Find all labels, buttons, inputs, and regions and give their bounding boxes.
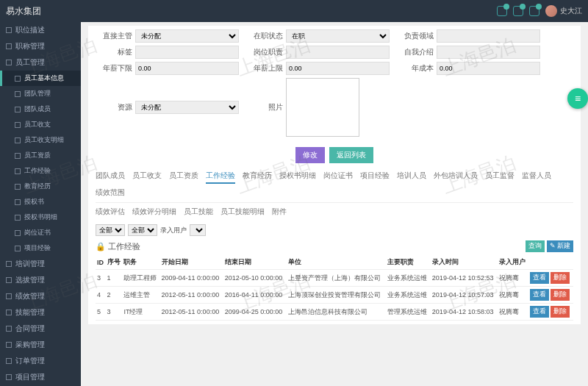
view-button[interactable]: 查看 [530,289,549,301]
年薪下限-input[interactable] [135,62,239,75]
tab-员工监督[interactable]: 员工监督 [485,170,514,184]
sidebar-item-22[interactable]: 项目管理 [0,369,81,385]
fab-menu-icon[interactable]: ≡ [567,88,588,109]
field-label: 在职状态 [246,31,283,41]
field-label: 年薪下限 [96,63,132,74]
menu-icon [15,168,21,174]
年成本-input[interactable] [437,62,540,75]
sidebar-item-8[interactable]: 员工资质 [0,148,81,163]
filter-select-2[interactable]: 全部 [128,224,157,236]
menu-icon [6,342,12,348]
delete-button[interactable]: 删除 [551,272,570,284]
filter-select-1[interactable]: 全部 [96,224,125,236]
sidebar-item-9[interactable]: 工作经验 [0,163,81,179]
create-button[interactable]: ✎ 新建 [547,240,573,252]
field-label: 标签 [96,47,132,57]
岗位职责-input[interactable] [286,46,390,59]
tab-团队成员[interactable]: 团队成员 [96,170,125,184]
menu-icon [15,153,21,159]
menu-icon [15,184,21,190]
tab-员工收支[interactable]: 员工收支 [132,170,162,184]
notif-icon-3[interactable] [529,6,539,16]
tab-员工资质[interactable]: 员工资质 [169,170,198,184]
menu-icon [15,107,21,112]
tab-绩效评估[interactable]: 绩效评估 [96,206,125,218]
view-button[interactable]: 查看 [530,306,549,318]
field-label: 年成本 [397,63,434,74]
tab-绩效范围[interactable]: 绩效范围 [96,187,125,199]
tab-项目经验[interactable]: 项目经验 [360,170,390,184]
tab-工作经验[interactable]: 工作经验 [206,170,235,184]
tab-授权书明细[interactable]: 授权书明细 [279,170,316,184]
resource-select[interactable]: 未分配 [135,101,239,114]
menu-icon [15,230,21,236]
view-button[interactable]: 查看 [530,272,549,284]
tab-培训人员[interactable]: 培训人员 [397,170,426,184]
photo-box[interactable] [286,78,359,137]
sidebar-item-6[interactable]: 员工收支 [0,117,81,132]
sidebar-item-15[interactable]: 培训管理 [0,256,81,272]
menu-icon [6,374,12,380]
负责领域-input[interactable] [437,29,540,43]
sidebar-item-13[interactable]: 岗位证书 [0,225,81,240]
menu-icon [15,137,21,143]
section-title: 🔒 工作经验 [96,241,140,252]
sidebar-item-18[interactable]: 技能管理 [0,304,81,321]
sidebar-item-12[interactable]: 授权书明细 [0,210,81,225]
tab-岗位证书[interactable]: 岗位证书 [323,170,353,184]
tab-教育经历[interactable]: 教育经历 [243,170,272,184]
tab-员工技能明细[interactable]: 员工技能明细 [220,206,265,218]
sidebar-item-3[interactable]: 员工基本信息 [0,71,81,86]
col-header: 主要职责 [386,255,430,270]
sidebar-item-21[interactable]: 订单管理 [0,353,81,369]
menu-icon [6,261,12,267]
field-label: 直接主管 [96,31,132,41]
年薪上限-input[interactable] [286,62,390,75]
menu-icon [6,43,12,49]
filter-select-3[interactable] [190,224,206,236]
sidebar-item-16[interactable]: 选拔管理 [0,272,81,288]
tab-附件[interactable]: 附件 [272,206,287,218]
menu-icon [15,76,21,82]
notif-icon-2[interactable] [513,6,523,16]
sidebar-item-5[interactable]: 团队成员 [0,101,81,117]
tab-外包培训人员[interactable]: 外包培训人员 [434,170,478,184]
sidebar-item-10[interactable]: 教育经历 [0,179,81,194]
delete-button[interactable]: 删除 [551,306,570,318]
back-button[interactable]: 返回列表 [329,147,373,163]
field-label: 年薪上限 [246,63,283,74]
sidebar-item-11[interactable]: 授权书 [0,194,81,210]
col-header: 结束日期 [223,255,287,270]
table-row: 31助理工程师2009-04-11 0:00:002012-05-10 0:00… [96,270,573,287]
sidebar-item-19[interactable]: 合同管理 [0,321,81,337]
在职状态-select[interactable]: 在职 [286,29,390,43]
delete-button[interactable]: 删除 [551,289,570,301]
sidebar-item-1[interactable]: 职称管理 [0,38,81,54]
menu-icon [6,27,12,33]
col-header: 职务 [122,255,159,270]
sidebar-item-2[interactable]: 员工管理 [0,54,81,71]
query-button[interactable]: 查询 [526,240,545,252]
tab-绩效评分明细[interactable]: 绩效评分明细 [132,206,176,218]
自我介绍-input[interactable] [437,46,540,59]
table-row: 42运维主管2012-05-11 0:00:002016-04-11 0:00:… [96,287,573,304]
menu-icon [6,277,12,283]
直接主管-select[interactable]: 未分配 [135,29,239,43]
sidebar-item-0[interactable]: 职位描述 [0,22,81,38]
sidebar-item-14[interactable]: 项目经验 [0,240,81,256]
tab-员工技能[interactable]: 员工技能 [184,206,213,218]
field-label: 自我介绍 [397,47,434,57]
tab-监督人员[interactable]: 监督人员 [522,170,551,184]
sidebar-item-7[interactable]: 员工收支明细 [0,132,81,148]
modify-button[interactable]: 修改 [295,147,325,163]
user-menu[interactable]: 史大江 [545,5,582,17]
field-label: 负责领域 [397,31,434,41]
sidebar-item-17[interactable]: 绩效管理 [0,288,81,304]
app-title: 易水集团 [6,5,41,18]
sidebar-item-20[interactable]: 采购管理 [0,337,81,353]
sidebar-item-4[interactable]: 团队管理 [0,86,81,101]
import-user-label: 录入用户 [160,226,187,235]
标签-input[interactable] [135,46,239,59]
menu-icon [6,293,12,299]
notif-icon-1[interactable] [497,6,507,16]
